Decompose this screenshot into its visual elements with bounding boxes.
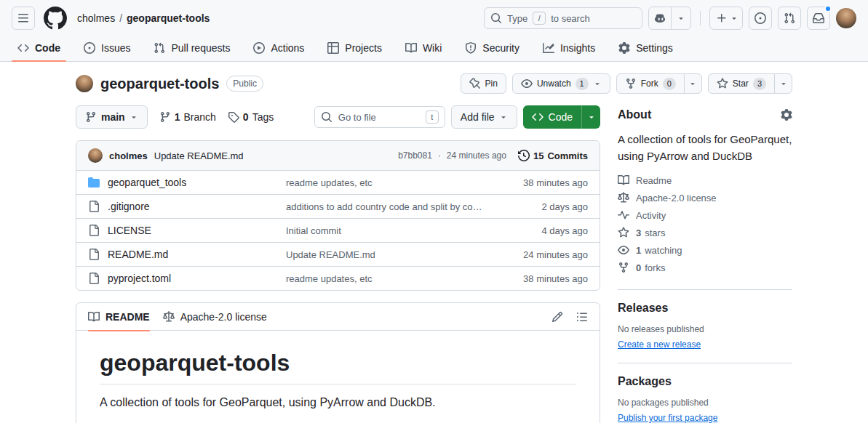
tags-link[interactable]: 0 Tags bbox=[228, 111, 274, 123]
code-button-label: Code bbox=[549, 111, 573, 123]
create-new-button[interactable] bbox=[709, 7, 743, 30]
tag-icon bbox=[228, 111, 239, 123]
copilot-button[interactable] bbox=[649, 7, 671, 29]
inbox-icon bbox=[813, 12, 824, 24]
publish-package-link[interactable]: Publish your first package bbox=[618, 413, 717, 423]
readme-tab-label: README bbox=[105, 311, 150, 323]
create-release-link[interactable]: Create a new release bbox=[618, 339, 701, 350]
branches-link[interactable]: 1 Branch bbox=[159, 111, 216, 123]
tab-issues[interactable]: Issues bbox=[72, 35, 142, 61]
search-shortcut-key: / bbox=[533, 12, 546, 25]
tab-label: Insights bbox=[560, 42, 595, 54]
commit-author-link[interactable]: cholmes bbox=[109, 150, 148, 161]
code-dropdown-button[interactable] bbox=[581, 105, 600, 129]
issues-icon bbox=[84, 42, 95, 54]
chevron-down-icon bbox=[688, 79, 697, 88]
go-to-file-input[interactable] bbox=[337, 111, 421, 124]
github-logo[interactable] bbox=[44, 7, 67, 30]
unwatch-label: Unwatch bbox=[537, 78, 571, 89]
unwatch-button[interactable]: Unwatch 1 bbox=[512, 73, 610, 94]
tab-security[interactable]: Security bbox=[453, 35, 531, 61]
tab-settings[interactable]: Settings bbox=[607, 35, 685, 61]
code-button[interactable]: Code bbox=[523, 105, 581, 129]
tab-license[interactable]: Apache-2.0 license bbox=[163, 311, 267, 323]
file-link[interactable]: README.md bbox=[108, 249, 168, 260]
law-icon bbox=[618, 192, 629, 204]
sidebar-item-license[interactable]: Apache-2.0 license bbox=[618, 189, 792, 206]
readme-header: README Apache-2.0 license bbox=[76, 303, 600, 331]
search-placeholder-prefix: Type bbox=[507, 13, 527, 24]
packages-section: Packages No packages published Publish y… bbox=[618, 375, 792, 423]
law-icon bbox=[163, 311, 175, 323]
commit-sha-link[interactable]: b7bb081 bbox=[398, 150, 432, 161]
commit-history-count: 15 bbox=[533, 150, 544, 161]
tab-code[interactable]: Code bbox=[6, 35, 72, 61]
chevron-down-icon bbox=[499, 113, 508, 121]
breadcrumb-repo-link[interactable]: geoparquet-tools bbox=[127, 12, 210, 24]
fork-button[interactable]: Fork 0 bbox=[617, 74, 684, 93]
branch-icon bbox=[159, 111, 171, 123]
user-avatar[interactable] bbox=[836, 8, 856, 28]
about-settings-button[interactable] bbox=[781, 109, 792, 121]
commit-history-link[interactable]: 15 Commits bbox=[518, 150, 588, 161]
sidebar-item-label: Readme bbox=[636, 175, 672, 186]
hamburger-menu-button[interactable] bbox=[12, 7, 35, 30]
star-button[interactable]: Star 3 bbox=[709, 74, 774, 93]
license-tab-label: Apache-2.0 license bbox=[180, 311, 267, 323]
breadcrumb: cholmes / geoparquet-tools bbox=[77, 12, 210, 24]
copilot-dropdown-button[interactable] bbox=[671, 7, 690, 29]
inbox-button[interactable] bbox=[807, 7, 830, 30]
search-input[interactable]: Type / to search bbox=[484, 7, 642, 29]
chevron-down-icon bbox=[130, 113, 138, 121]
file-icon bbox=[88, 201, 100, 212]
file-commit-message-link[interactable]: Update README.md bbox=[286, 249, 486, 260]
branch-selector[interactable]: main bbox=[76, 105, 148, 129]
page-title[interactable]: geoparquet-tools bbox=[100, 76, 219, 92]
sidebar-item-activity[interactable]: Activity bbox=[618, 206, 792, 224]
tab-readme[interactable]: README bbox=[88, 303, 150, 331]
fork-dropdown-button[interactable] bbox=[684, 74, 701, 93]
releases-empty-text: No releases published bbox=[618, 324, 792, 334]
readme-title: geoparquet-tools bbox=[100, 350, 576, 384]
projects-icon bbox=[327, 42, 339, 54]
plus-icon-wrap bbox=[710, 7, 728, 29]
notification-dot bbox=[824, 5, 832, 12]
forks-count: 0 bbox=[636, 262, 641, 273]
pin-label: Pin bbox=[485, 78, 498, 89]
tab-insights[interactable]: Insights bbox=[531, 35, 607, 61]
edit-icon[interactable] bbox=[552, 311, 563, 323]
file-link[interactable]: pyproject.toml bbox=[108, 273, 171, 284]
file-icon bbox=[88, 249, 100, 260]
breadcrumb-owner-link[interactable]: cholmes bbox=[77, 12, 115, 24]
issues-dashboard-button[interactable] bbox=[749, 7, 772, 30]
commit-author-avatar[interactable] bbox=[88, 148, 103, 163]
code-icon bbox=[17, 42, 29, 54]
sidebar-item-stars[interactable]: 3 stars bbox=[618, 224, 792, 241]
outline-icon[interactable] bbox=[576, 311, 588, 323]
tab-pull-requests[interactable]: Pull requests bbox=[142, 35, 242, 61]
commit-time: 24 minutes ago bbox=[447, 150, 506, 161]
tab-actions[interactable]: Actions bbox=[242, 35, 316, 61]
file-commit-message-link[interactable]: additions to add country code and split … bbox=[286, 201, 486, 212]
gear-icon bbox=[781, 109, 792, 121]
sidebar-item-watching[interactable]: 1 watching bbox=[618, 241, 792, 259]
file-link[interactable]: .gitignore bbox=[108, 201, 150, 212]
commit-message-link[interactable]: Update README.md bbox=[154, 150, 244, 161]
file-link[interactable]: geoparquet_tools bbox=[108, 177, 186, 188]
file-commit-message-link[interactable]: readme updates, etc bbox=[286, 273, 486, 284]
file-updated-time: 24 minutes ago bbox=[486, 249, 588, 260]
sidebar-item-forks[interactable]: 0 forks bbox=[618, 259, 792, 276]
pin-button[interactable]: Pin bbox=[461, 73, 506, 94]
file-commit-message-link[interactable]: readme updates, etc bbox=[286, 177, 486, 188]
pull-requests-dashboard-button[interactable] bbox=[778, 7, 801, 30]
add-file-button[interactable]: Add file bbox=[451, 105, 517, 129]
repo-header: geoparquet-tools Public Pin Unwatch 1 Fo… bbox=[76, 62, 792, 102]
star-dropdown-button[interactable] bbox=[774, 74, 792, 93]
file-link[interactable]: LICENSE bbox=[108, 225, 151, 236]
tab-projects[interactable]: Projects bbox=[316, 35, 394, 61]
plus-icon bbox=[716, 12, 728, 24]
tab-wiki[interactable]: Wiki bbox=[394, 35, 453, 61]
file-icon bbox=[88, 225, 100, 236]
sidebar-item-readme[interactable]: Readme bbox=[618, 172, 792, 189]
file-commit-message-link[interactable]: Initial commit bbox=[286, 225, 486, 236]
